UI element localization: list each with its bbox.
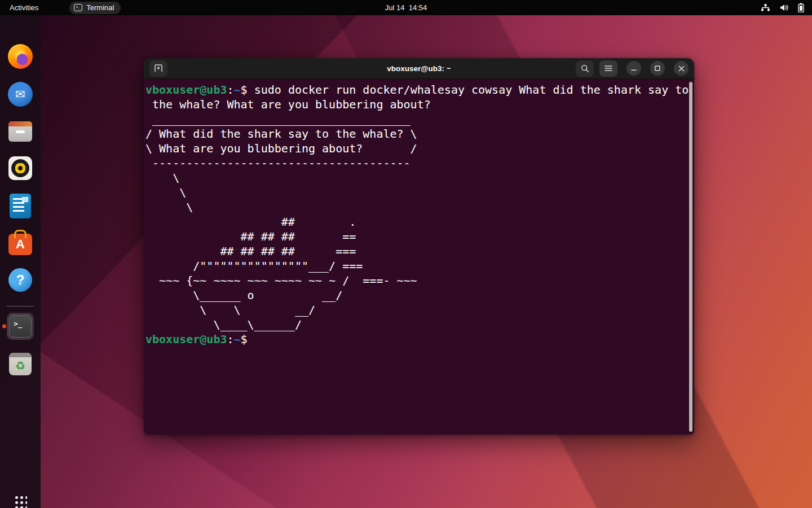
firefox-icon: [8, 44, 33, 69]
terminal-output-line: \: [145, 170, 686, 185]
libreoffice-writer-icon: [10, 194, 31, 218]
dock-item-firefox[interactable]: [7, 43, 34, 70]
terminal-output-line: ## .: [145, 214, 686, 229]
terminal-output-line: \______ o __/: [145, 288, 686, 303]
maximize-button[interactable]: [650, 61, 665, 76]
window-title: vboxuser@ub3: ~: [387, 64, 451, 73]
ubuntu-software-icon: A: [8, 234, 32, 255]
terminal-output[interactable]: vboxuser@ub3:~$ sudo docker run docker/w…: [144, 79, 694, 435]
terminal-output-line: \ What are you blubbering about? /: [145, 141, 686, 156]
new-tab-button[interactable]: [149, 60, 167, 77]
terminal-output-line: / What did the shark say to the whale? \: [145, 126, 686, 141]
dock-separator: [7, 306, 34, 306]
terminal-output-line: \: [145, 200, 686, 214]
files-icon: [8, 121, 32, 142]
terminal-prompt-line: vboxuser@ub3:~$ sudo docker run docker/w…: [145, 82, 686, 97]
terminal-app-icon: >_: [9, 315, 32, 338]
focused-app-label: Terminal: [86, 3, 114, 12]
close-button[interactable]: [674, 61, 689, 76]
dock-item-help[interactable]: ?: [7, 266, 34, 294]
menu-button[interactable]: [599, 60, 617, 77]
dock-item-libreoffice-writer[interactable]: [7, 192, 34, 220]
minimize-button[interactable]: [626, 61, 641, 76]
terminal-icon: >_: [74, 4, 82, 11]
activities-button[interactable]: Activities: [10, 3, 38, 12]
focused-app-button[interactable]: >_ Terminal: [69, 2, 121, 14]
rhythmbox-icon: [8, 156, 32, 180]
top-bar: Activities >_ Terminal Jul 14 14:54: [0, 0, 812, 15]
system-tray[interactable]: [761, 0, 804, 15]
network-icon: [761, 3, 770, 12]
help-icon: ?: [8, 268, 32, 292]
terminal-output-line: --------------------------------------: [145, 156, 686, 170]
show-applications-button[interactable]: [7, 488, 34, 508]
terminal-output-line: \ \ __/: [145, 303, 686, 317]
terminal-output-line: ## ## ## ## ===: [145, 244, 686, 259]
terminal-output-line: the whale? What are you blubbering about…: [145, 97, 686, 112]
volume-icon: [779, 3, 789, 12]
running-indicator-dot: [2, 325, 6, 329]
terminal-output-line: ~~~ {~~ ~~~~ ~~~ ~~~~ ~~ ~ / ===- ~~~: [145, 273, 686, 288]
dock-item-rhythmbox[interactable]: [7, 155, 34, 182]
terminal-output-line: ______________________________________: [145, 112, 686, 126]
terminal-scrollbar[interactable]: [689, 82, 692, 432]
terminal-output-line: ## ## ## ==: [145, 229, 686, 244]
battery-icon: [798, 3, 804, 12]
search-button[interactable]: [576, 60, 594, 77]
dock-item-thunderbird[interactable]: ✉: [7, 81, 34, 108]
thunderbird-icon: ✉: [8, 82, 33, 107]
show-applications-grid-icon: [14, 494, 27, 508]
dock: ✉ A ? >_ ♻: [0, 15, 41, 508]
clock-button[interactable]: Jul 14 14:54: [385, 3, 427, 12]
trash-icon: ♻: [9, 353, 32, 375]
dock-item-files[interactable]: [7, 118, 34, 145]
terminal-output-line: \: [145, 185, 686, 200]
terminal-window: vboxuser@ub3: ~: [144, 58, 694, 435]
terminal-output-line: \____\______/: [145, 317, 686, 332]
terminal-output-line: /""""""""""""""""___/ ===: [145, 259, 686, 273]
terminal-prompt-line: vboxuser@ub3:~$: [145, 332, 686, 347]
dock-item-ubuntu-software[interactable]: A: [7, 229, 34, 256]
dock-item-terminal[interactable]: >_: [7, 313, 34, 340]
dock-item-trash[interactable]: ♻: [7, 351, 34, 378]
terminal-titlebar[interactable]: vboxuser@ub3: ~: [144, 58, 694, 79]
